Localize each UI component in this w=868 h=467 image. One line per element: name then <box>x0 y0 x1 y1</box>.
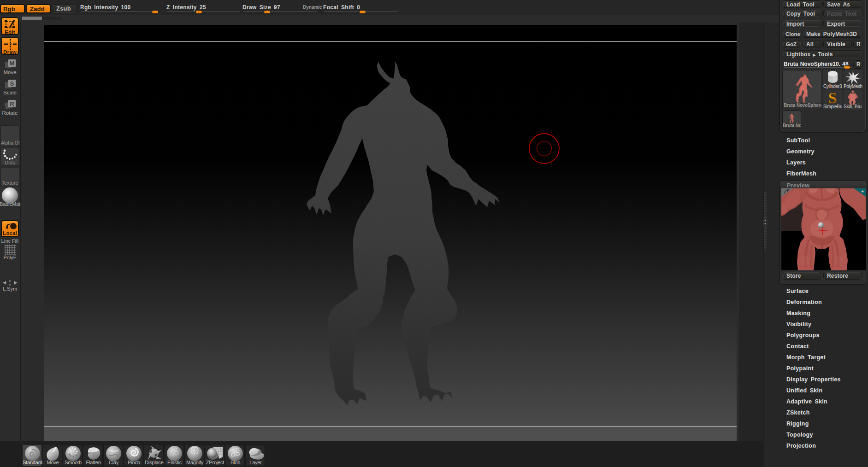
svg-text:S: S <box>828 90 837 105</box>
svg-text:R: R <box>10 100 14 107</box>
svg-text:+: + <box>861 188 864 194</box>
svg-text:S: S <box>10 80 14 87</box>
svg-text:M: M <box>9 60 14 67</box>
